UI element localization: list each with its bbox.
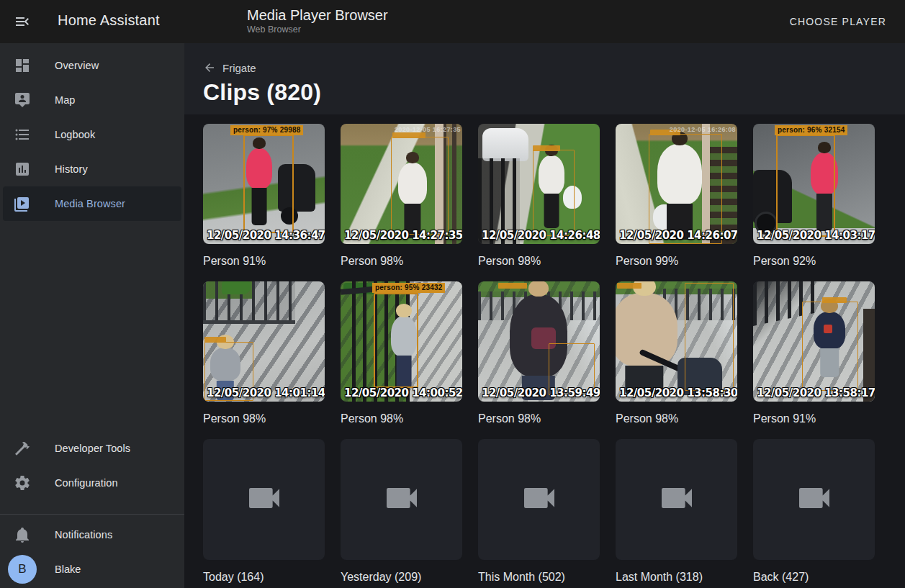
folder-card[interactable]: Today (164) xyxy=(203,439,325,585)
folder-thumbnail xyxy=(616,439,737,560)
detection-bbox xyxy=(776,135,835,237)
clip-card[interactable]: 12/05/2020 13:58:17 Person 91% xyxy=(753,281,875,427)
panel-title-block: Media Player Browser Web Browser xyxy=(247,6,388,36)
video-camera-icon xyxy=(519,478,559,521)
sidebar-user[interactable]: B Blake xyxy=(0,552,184,587)
timestamp-overlay: 12/05/2020 13:58:17 xyxy=(757,386,875,399)
timestamp-overlay: 12/05/2020 14:26:48 xyxy=(482,229,600,242)
clip-thumbnail: 12/05/2020 13:59:49 xyxy=(478,281,600,402)
detection-tag-small xyxy=(392,132,426,138)
sidebar-item-notifications[interactable]: Notifications xyxy=(0,517,184,552)
clip-caption: Person 98% xyxy=(341,253,462,269)
topbar: Home Assistant Media Player Browser Web … xyxy=(0,0,905,43)
video-camera-icon xyxy=(382,478,422,521)
camera-osd-text: 2020-12-05 16:26:08 xyxy=(670,126,736,133)
menu-open-icon[interactable] xyxy=(14,13,31,30)
detection-bbox xyxy=(243,135,294,233)
clip-caption: Person 98% xyxy=(478,253,600,269)
folder-label: Back (427) xyxy=(753,569,875,585)
clip-thumbnail: 12/05/2020 14:01:14 xyxy=(203,281,325,402)
sidebar-divider xyxy=(0,514,184,515)
clip-card[interactable]: 2020-12-05 16:26:08 12/05/2020 14:26:07 … xyxy=(616,124,737,269)
clip-caption: Person 98% xyxy=(616,411,737,427)
clip-caption: Person 91% xyxy=(203,253,325,269)
sidebar-item-developer-tools[interactable]: Developer Tools xyxy=(0,431,184,466)
bell-icon xyxy=(14,526,31,543)
arrow-left-icon xyxy=(203,61,216,74)
clip-card[interactable]: 12/05/2020 13:58:30 Person 98% xyxy=(616,281,737,427)
folder-label: Last Month (318) xyxy=(616,569,737,585)
detection-bbox xyxy=(649,134,722,244)
breadcrumb-label: Frigate xyxy=(222,62,256,74)
folder-card[interactable]: Back (427) xyxy=(753,439,875,585)
clip-card[interactable]: person: 95% 23432 12/05/2020 14:00:52 Pe… xyxy=(341,281,462,427)
clip-caption: Person 92% xyxy=(753,253,875,269)
page-title: Clips (820) xyxy=(203,79,886,106)
detection-bbox xyxy=(685,283,734,391)
sidebar-item-label: Notifications xyxy=(55,529,112,540)
clip-thumbnail: person: 97% 29988 12/05/2020 14:36:47 xyxy=(203,124,325,244)
clip-card[interactable]: 12/05/2020 13:59:49 Person 98% xyxy=(478,281,600,427)
choose-player-button[interactable]: CHOOSE PLAYER xyxy=(785,15,891,28)
detection-tag: person: 97% 29988 xyxy=(230,125,303,135)
clip-caption: Person 91% xyxy=(753,411,875,427)
detection-tag-small xyxy=(533,145,560,151)
play-box-multiple-icon xyxy=(14,195,31,212)
sidebar-item-overview[interactable]: Overview xyxy=(0,48,184,83)
folder-thumbnail xyxy=(753,439,875,560)
folder-label: This Month (502) xyxy=(478,569,600,585)
camera-osd-text: 2020-12-05 16:27:35 xyxy=(395,126,461,133)
clip-thumbnail: 12/05/2020 14:26:48 xyxy=(478,124,600,244)
folder-card[interactable]: This Month (502) xyxy=(478,439,600,585)
sidebar-item-configuration[interactable]: Configuration xyxy=(0,466,184,500)
sidebar-item-label: Logbook xyxy=(55,129,95,140)
clip-thumbnail: 2020-12-05 16:27:35 12/05/2020 14:27:35 xyxy=(341,124,462,244)
clip-thumbnail: 12/05/2020 13:58:17 xyxy=(753,281,875,402)
hammer-icon xyxy=(14,440,31,457)
clip-card[interactable]: person: 97% 29988 12/05/2020 14:36:47 Pe… xyxy=(203,124,325,269)
detection-tag-small xyxy=(822,297,847,303)
clip-caption: Person 98% xyxy=(203,411,325,427)
sidebar-item-label: Configuration xyxy=(55,477,118,489)
media-browser-header: Frigate Clips (820) xyxy=(184,43,905,114)
list-bulleted-icon xyxy=(14,126,31,143)
clip-thumbnail: person: 95% 23432 12/05/2020 14:00:52 xyxy=(341,281,462,402)
timestamp-overlay: 12/05/2020 14:01:14 xyxy=(207,386,325,399)
clip-card[interactable]: 12/05/2020 14:01:14 Person 98% xyxy=(203,281,325,427)
folder-label: Today (164) xyxy=(203,569,325,585)
clip-card[interactable]: person: 96% 32154 12/05/2020 14:03:17 Pe… xyxy=(753,124,875,269)
map-person-icon xyxy=(14,91,31,109)
folder-thumbnail xyxy=(341,439,462,560)
app-title: Home Assistant xyxy=(58,12,160,29)
sidebar-item-logbook[interactable]: Logbook xyxy=(0,117,184,152)
timestamp-overlay: 12/05/2020 13:59:49 xyxy=(482,386,600,399)
folder-card[interactable]: Yesterday (209) xyxy=(341,439,462,585)
timestamp-overlay: 12/05/2020 14:26:07 xyxy=(619,229,737,242)
clip-caption: Person 98% xyxy=(341,411,462,427)
sidebar-item-map[interactable]: Map xyxy=(0,83,184,117)
timestamp-overlay: 12/05/2020 14:36:47 xyxy=(207,229,325,242)
app-window: Home Assistant Media Player Browser Web … xyxy=(0,0,905,588)
folder-card[interactable]: Last Month (318) xyxy=(616,439,737,585)
sidebar-item-label: History xyxy=(55,163,88,175)
sidebar-item-label: Media Browser xyxy=(55,198,125,209)
timestamp-overlay: 12/05/2020 14:00:52 xyxy=(344,386,462,399)
breadcrumb[interactable]: Frigate xyxy=(203,61,256,74)
timestamp-overlay: 12/05/2020 14:27:35 xyxy=(344,229,462,242)
sidebar-spacer xyxy=(0,221,184,431)
toy-shape xyxy=(222,281,251,294)
sidebar-item-label: Developer Tools xyxy=(55,443,130,454)
folder-thumbnail xyxy=(478,439,600,560)
sidebar: Overview Map Logbook History Media Brows… xyxy=(0,43,184,588)
clip-card[interactable]: 2020-12-05 16:27:35 12/05/2020 14:27:35 … xyxy=(341,124,462,269)
view-dashboard-icon xyxy=(14,57,31,74)
clip-card[interactable]: 12/05/2020 14:26:48 Person 98% xyxy=(478,124,600,269)
panel-subtitle: Web Browser xyxy=(247,24,388,36)
sidebar-item-history[interactable]: History xyxy=(0,152,184,186)
video-camera-icon xyxy=(244,478,284,521)
folder-label: Yesterday (209) xyxy=(341,569,462,585)
detection-tag-small xyxy=(617,283,641,289)
sidebar-item-media-browser[interactable]: Media Browser xyxy=(3,186,181,221)
timestamp-overlay: 12/05/2020 14:03:17 xyxy=(757,229,875,242)
chart-box-icon xyxy=(14,160,31,178)
